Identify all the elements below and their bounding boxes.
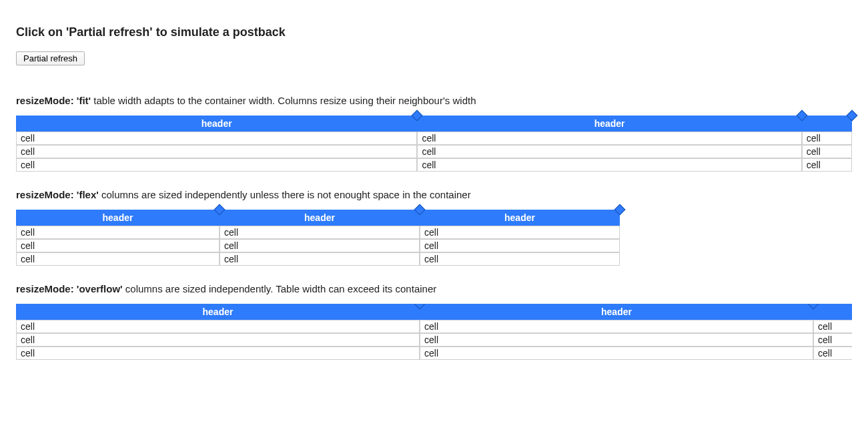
table-cell: cell: [802, 158, 852, 172]
section-flex: resizeMode: 'flex' columns are sized ind…: [16, 189, 852, 266]
table-flex: header header header cell cell: [16, 210, 620, 266]
table-row: cell cell cell: [16, 145, 852, 158]
table-flex-header-1[interactable]: header: [220, 210, 420, 226]
table-overflow-header-0-label: header: [203, 306, 234, 317]
table-overflow-header-row: header header: [16, 304, 852, 320]
table-fit-header-1-label: header: [594, 118, 625, 129]
table-cell: cell: [802, 145, 852, 158]
table-row: cell cell cell: [16, 158, 852, 172]
section-fit-desc: resizeMode: 'fit' table width adapts to …: [16, 95, 852, 106]
table-row: cell cell cell: [16, 320, 852, 333]
table-cell: cell: [420, 320, 813, 333]
table-cell: cell: [16, 132, 417, 145]
table-flex-header-1-label: header: [304, 212, 335, 223]
table-cell: cell: [16, 320, 420, 333]
table-cell: cell: [16, 333, 420, 347]
table-cell: cell: [420, 226, 620, 239]
table-flex-header-row: header header header: [16, 210, 620, 226]
table-overflow-header-2[interactable]: [813, 304, 852, 320]
table-cell: cell: [813, 320, 852, 333]
table-fit-wrap: header header cell cell cell: [16, 116, 852, 172]
table-fit: header header cell cell cell: [16, 116, 852, 172]
table-flex-header-0-label: header: [103, 212, 133, 223]
table-cell: cell: [16, 239, 220, 252]
table-flex-wrap: header header header cell cell: [16, 210, 852, 266]
table-row: cell cell cell: [16, 252, 620, 266]
table-row: cell cell cell: [16, 226, 620, 239]
table-row: cell cell cell: [16, 132, 852, 145]
table-row: cell cell cell: [16, 347, 852, 360]
table-cell: cell: [220, 252, 420, 266]
table-cell: cell: [813, 333, 852, 347]
table-overflow-wrap[interactable]: header header cell cell cell: [16, 304, 852, 360]
section-overflow-desc-strong: resizeMode: 'overflow': [16, 283, 123, 294]
section-fit-desc-strong: resizeMode: 'fit': [16, 95, 91, 106]
section-fit-desc-rest: table width adapts to the container widt…: [91, 95, 476, 106]
section-flex-desc-strong: resizeMode: 'flex': [16, 189, 99, 200]
table-cell: cell: [417, 145, 801, 158]
table-overflow-header-1-label: header: [601, 306, 632, 317]
table-cell: cell: [813, 347, 852, 360]
spacer: [16, 65, 852, 95]
table-row: cell cell cell: [16, 333, 852, 347]
table-flex-header-0[interactable]: header: [16, 210, 220, 226]
table-cell: cell: [16, 252, 220, 266]
section-flex-desc-rest: columns are sized independently unless t…: [99, 189, 471, 200]
page-title: Click on 'Partial refresh' to simulate a…: [16, 25, 852, 39]
table-cell: cell: [220, 226, 420, 239]
section-overflow: resizeMode: 'overflow' columns are sized…: [16, 283, 852, 360]
table-cell: cell: [420, 252, 620, 266]
table-fit-header-0[interactable]: header: [16, 116, 417, 132]
table-fit-header-1[interactable]: header: [417, 116, 801, 132]
resize-handle-icon[interactable]: [847, 110, 858, 122]
section-fit: resizeMode: 'fit' table width adapts to …: [16, 95, 852, 172]
table-overflow: header header cell cell cell: [16, 304, 852, 360]
partial-refresh-button[interactable]: Partial refresh: [16, 51, 85, 65]
section-overflow-desc-rest: columns are sized independently. Table w…: [123, 283, 437, 294]
table-cell: cell: [417, 132, 801, 145]
section-flex-desc: resizeMode: 'flex' columns are sized ind…: [16, 189, 852, 200]
table-cell: cell: [16, 158, 417, 172]
table-cell: cell: [16, 226, 220, 239]
table-fit-header-row: header header: [16, 116, 852, 132]
table-cell: cell: [16, 347, 420, 360]
table-overflow-header-1[interactable]: header: [420, 304, 813, 320]
resize-handle-icon[interactable]: [614, 204, 626, 216]
table-cell: cell: [420, 333, 813, 347]
table-row: cell cell cell: [16, 239, 620, 252]
table-cell: cell: [220, 239, 420, 252]
table-cell: cell: [802, 132, 852, 145]
table-cell: cell: [420, 347, 813, 360]
table-cell: cell: [417, 158, 801, 172]
table-overflow-header-0[interactable]: header: [16, 304, 420, 320]
table-flex-header-2-label: header: [504, 212, 535, 223]
table-fit-header-0-label: header: [201, 118, 232, 129]
table-cell: cell: [420, 239, 620, 252]
table-flex-header-2[interactable]: header: [420, 210, 620, 226]
table-fit-header-2[interactable]: [802, 116, 852, 132]
table-cell: cell: [16, 145, 417, 158]
section-overflow-desc: resizeMode: 'overflow' columns are sized…: [16, 283, 852, 294]
